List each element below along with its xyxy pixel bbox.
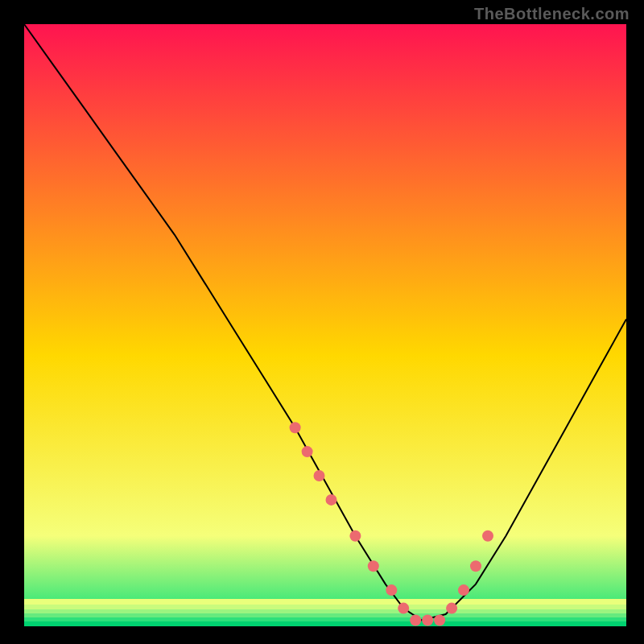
highlight-dot: [422, 615, 433, 626]
highlight-dot: [410, 615, 421, 626]
highlight-dot: [434, 615, 445, 626]
highlight-dot: [386, 584, 397, 596]
plot-background: [24, 24, 626, 626]
chart-frame: { "watermark": "TheBottleneck.com", "cha…: [0, 0, 644, 644]
highlight-dot: [470, 560, 481, 572]
highlight-dot: [349, 530, 361, 542]
highlight-dot: [290, 422, 301, 433]
highlight-dot: [326, 494, 337, 506]
svg-rect-2: [24, 613, 626, 617]
highlight-dot: [458, 584, 469, 596]
watermark-text: TheBottleneck.com: [474, 5, 630, 23]
highlight-dot: [302, 446, 313, 457]
bottom-color-bands: [24, 599, 626, 626]
svg-rect-0: [24, 621, 626, 626]
svg-rect-5: [24, 599, 626, 605]
highlight-dot: [446, 603, 457, 614]
highlight-dot: [314, 470, 325, 481]
highlight-dot: [368, 560, 379, 572]
svg-rect-4: [24, 605, 626, 609]
svg-rect-3: [24, 609, 626, 613]
highlight-dot: [482, 530, 493, 542]
bottleneck-chart: [0, 0, 644, 644]
svg-rect-1: [24, 617, 626, 621]
highlight-dot: [398, 603, 409, 614]
